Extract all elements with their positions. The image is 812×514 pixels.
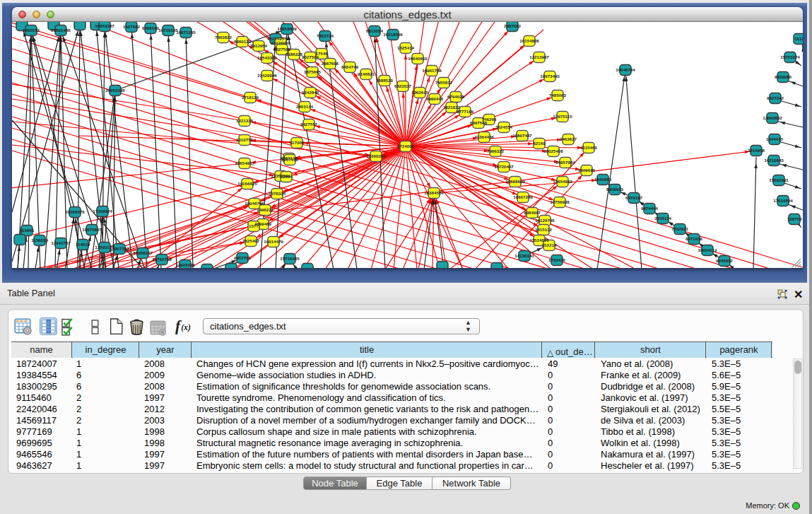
svg-text:9699695: 9699695: [578, 168, 596, 173]
svg-text:17546: 17546: [315, 51, 328, 56]
svg-text:9474444: 9474444: [641, 206, 659, 211]
svg-text:18607249: 18607249: [513, 194, 533, 199]
svg-text:15720407: 15720407: [494, 164, 514, 169]
svg-text:13654913: 13654913: [235, 160, 254, 165]
svg-text:1112: 1112: [794, 36, 803, 41]
svg-text:7663822: 7663822: [215, 35, 233, 40]
svg-text:12942757: 12942757: [51, 240, 71, 245]
svg-text:1244415: 1244415: [766, 136, 784, 141]
svg-text:7853724: 7853724: [317, 33, 334, 38]
svg-text:21364436: 21364436: [474, 134, 494, 139]
svg-text:10046766: 10046766: [245, 201, 264, 206]
svg-text:2803144: 2803144: [296, 104, 314, 109]
svg-text:6466160: 6466160: [142, 25, 160, 30]
svg-text:13524851: 13524851: [529, 238, 549, 243]
svg-text:1010755: 1010755: [236, 137, 254, 142]
svg-text:19384554: 19384554: [424, 190, 444, 195]
svg-text:10958107: 10958107: [133, 250, 153, 255]
svg-text:9115460: 9115460: [580, 145, 597, 150]
svg-text:10543362: 10543362: [257, 55, 277, 60]
svg-text:9227342: 9227342: [767, 95, 784, 100]
svg-text:3875685: 3875685: [304, 69, 322, 74]
svg-text:17359924: 17359924: [93, 209, 112, 214]
svg-text:12093832: 12093832: [763, 115, 782, 120]
svg-text:16210643: 16210643: [764, 158, 784, 163]
svg-text:16671355: 16671355: [176, 30, 196, 35]
svg-text:17016504: 17016504: [773, 198, 793, 203]
svg-text:9245652: 9245652: [716, 258, 734, 263]
svg-text:128753: 128753: [787, 216, 802, 221]
svg-text:2718129: 2718129: [242, 95, 259, 100]
svg-text:9084067: 9084067: [524, 210, 541, 215]
svg-text:9527509: 9527509: [273, 47, 291, 52]
svg-text:9242848: 9242848: [302, 90, 319, 95]
svg-text:9463627: 9463627: [560, 136, 577, 141]
svg-text:19166825: 19166825: [237, 181, 257, 186]
svg-text:9777169: 9777169: [457, 109, 474, 114]
svg-text:13654923: 13654923: [553, 179, 572, 184]
svg-text:3624554: 3624554: [495, 124, 513, 129]
svg-text:16120746: 16120746: [535, 218, 555, 223]
svg-text:415061: 415061: [20, 228, 35, 233]
svg-text:10654112: 10654112: [698, 247, 717, 252]
svg-text:1221338: 1221338: [236, 118, 254, 123]
svg-text:12975115: 12975115: [553, 114, 572, 119]
svg-text:6794028: 6794028: [447, 94, 465, 99]
svg-text:2935114: 2935114: [654, 216, 671, 221]
svg-text:14136141: 14136141: [514, 253, 534, 258]
svg-text:10025458: 10025458: [543, 148, 563, 153]
svg-text:16648784: 16648784: [616, 67, 635, 72]
svg-text:16961758: 16961758: [422, 68, 442, 73]
svg-text:6322037: 6322037: [394, 83, 412, 88]
svg-text:20053346: 20053346: [105, 88, 125, 93]
svg-text:7485063: 7485063: [549, 93, 567, 98]
svg-text:2087682: 2087682: [504, 23, 522, 28]
svg-text:8938923: 8938923: [606, 187, 624, 192]
svg-text:9329966: 9329966: [775, 74, 792, 79]
svg-text:2967608: 2967608: [322, 61, 339, 66]
svg-text:16914479: 16914479: [264, 239, 283, 244]
svg-text:16053809: 16053809: [277, 26, 297, 31]
svg-text:10688609: 10688609: [505, 179, 525, 184]
svg-text:15692991: 15692991: [769, 177, 789, 182]
svg-text:8454749: 8454749: [341, 64, 359, 69]
svg-text:1362615: 1362615: [411, 90, 429, 95]
svg-text:3912954: 3912954: [250, 43, 268, 48]
svg-text:1640953: 1640953: [594, 177, 612, 182]
svg-text:1733426: 1733426: [548, 257, 566, 262]
svg-text:10218506: 10218506: [383, 32, 403, 37]
svg-text:23226058: 23226058: [271, 40, 290, 45]
svg-text:10719155: 10719155: [158, 28, 178, 33]
svg-text:252214: 252214: [542, 243, 557, 247]
svg-text:1498222: 1498222: [257, 207, 274, 212]
svg-text:12213967: 12213967: [529, 54, 549, 59]
svg-text:9457791: 9457791: [234, 255, 252, 260]
svg-text:(x): (x): [181, 322, 191, 332]
svg-text:1577: 1577: [249, 223, 259, 228]
svg-text:1325419: 1325419: [397, 45, 415, 50]
svg-text:16640910: 16640910: [408, 56, 428, 61]
svg-text:20206576: 20206576: [65, 209, 85, 214]
svg-text:8660123: 8660123: [234, 39, 252, 44]
svg-text:84957864: 84957864: [555, 160, 575, 165]
svg-text:1724006: 1724006: [397, 144, 415, 148]
svg-text:114519: 114519: [76, 242, 90, 247]
svg-text:8186328: 8186328: [286, 52, 303, 57]
svg-text:7955812: 7955812: [435, 80, 453, 85]
svg-text:3215958: 3215958: [748, 148, 765, 153]
svg-text:62160: 62160: [533, 141, 546, 146]
svg-text:746266: 746266: [482, 117, 497, 122]
svg-text:10756928: 10756928: [550, 199, 570, 204]
svg-text:23420046: 23420046: [257, 73, 277, 78]
svg-text:10975857: 10975857: [82, 227, 102, 232]
svg-text:16154808: 16154808: [519, 38, 539, 43]
svg-text:1527602: 1527602: [123, 24, 141, 29]
svg-text:7625402: 7625402: [242, 238, 260, 243]
svg-text:10653287: 10653287: [95, 23, 114, 28]
svg-text:1615132: 1615132: [535, 227, 553, 232]
svg-text:3267130: 3267130: [281, 157, 299, 162]
svg-text:6479197: 6479197: [625, 195, 643, 200]
svg-text:12923446: 12923446: [175, 262, 195, 267]
svg-text:417006: 417006: [290, 140, 305, 145]
svg-text:10807487: 10807487: [512, 133, 532, 138]
